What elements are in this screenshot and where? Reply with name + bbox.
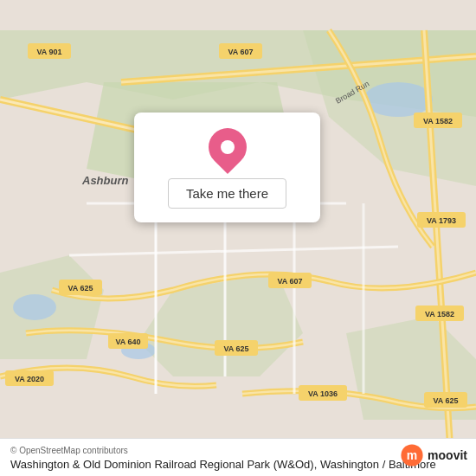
svg-text:VA 625: VA 625 — [223, 344, 248, 353]
location-name: Washington & Old Dominion Railroad Regio… — [10, 458, 466, 471]
svg-text:VA 640: VA 640 — [115, 338, 140, 346]
svg-point-7 — [13, 294, 56, 320]
svg-text:VA 625: VA 625 — [433, 396, 458, 405]
svg-text:Ashburn: Ashburn — [81, 174, 129, 187]
bottom-bar: © OpenStreetMap contributors Washington … — [0, 438, 476, 476]
svg-text:VA 2020: VA 2020 — [15, 375, 44, 383]
moovit-icon: m — [400, 443, 424, 467]
moovit-logo: m moovit — [400, 443, 467, 467]
popup-card: Take me there — [134, 113, 320, 222]
copyright-text: © OpenStreetMap contributors — [10, 446, 466, 455]
svg-text:VA 1582: VA 1582 — [423, 117, 453, 125]
svg-line-18 — [69, 247, 398, 255]
moovit-text: moovit — [428, 448, 467, 462]
map-svg: VA 901 VA 607 VA 1582 Ashburn Broad Run … — [0, 0, 476, 476]
svg-text:VA 1582: VA 1582 — [425, 310, 454, 318]
svg-text:VA 607: VA 607 — [277, 277, 302, 286]
svg-text:m: m — [407, 448, 417, 462]
location-pin — [200, 120, 254, 174]
svg-text:VA 1793: VA 1793 — [427, 216, 456, 225]
svg-text:VA 607: VA 607 — [228, 48, 253, 56]
svg-text:VA 1036: VA 1036 — [308, 389, 338, 398]
svg-text:VA 901: VA 901 — [36, 48, 61, 56]
svg-point-6 — [363, 82, 433, 117]
map-container: VA 901 VA 607 VA 1582 Ashburn Broad Run … — [0, 0, 476, 476]
svg-text:VA 625: VA 625 — [68, 284, 93, 293]
take-me-there-button[interactable]: Take me there — [168, 178, 286, 209]
